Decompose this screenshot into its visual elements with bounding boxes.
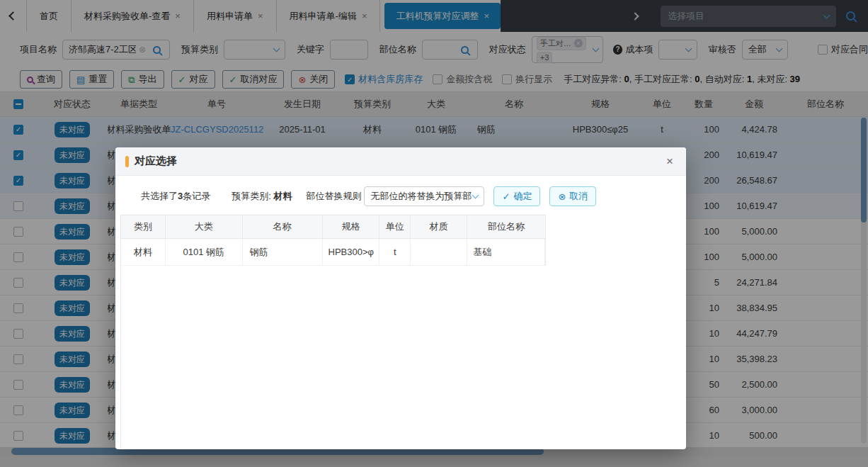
dialog-cell: 基础	[467, 239, 545, 266]
dialog-title: 对应选择	[135, 154, 663, 168]
dialog-header-cell: 规格	[323, 215, 380, 238]
dialog-table-wrap: 类别大类名称规格单位材质部位名称材料0101 钢筋钢筋HPB300>φt基础	[120, 215, 644, 449]
title-accent-bar-icon	[125, 156, 129, 167]
dialog-header-cell: 单位	[379, 215, 411, 238]
rule-select[interactable]: 无部位的将替换为预算部	[364, 186, 484, 206]
rule-select-value: 无部位的将替换为预算部	[370, 190, 472, 203]
circle-close-icon: ⊗	[558, 191, 566, 202]
selected-count-text: 共选择了3条记录	[141, 190, 210, 203]
budget-type-value: 材料	[273, 191, 292, 201]
dialog-table: 类别大类名称规格单位材质部位名称材料0101 钢筋钢筋HPB300>φt基础	[121, 215, 546, 266]
dialog-header-cell: 类别	[121, 215, 166, 238]
dialog-header-cell: 材质	[411, 215, 467, 238]
cancel-button[interactable]: ⊗取消	[549, 186, 596, 206]
dialog-table-header: 类别大类名称规格单位材质部位名称	[121, 215, 545, 239]
dialog-cell: t	[379, 239, 411, 266]
dialog-cell: 0101 钢筋	[166, 239, 243, 266]
dialog-header: 对应选择 ×	[115, 147, 686, 176]
dialog-header-cell: 部位名称	[467, 215, 545, 238]
dialog-cell: 材料	[121, 239, 166, 266]
dialog-cell: 钢筋	[243, 239, 323, 266]
dialog-cell: HPB300>φ	[323, 239, 380, 266]
mapping-selection-dialog: 对应选择 × 共选择了3条记录 预算类别: 材料 部位替换规则 无部位的将替换为…	[115, 147, 686, 449]
dialog-header-cell: 大类	[166, 215, 243, 238]
dialog-header-cell: 名称	[243, 215, 323, 238]
budget-type-text: 预算类别: 材料	[232, 190, 292, 203]
dialog-controls: 共选择了3条记录 预算类别: 材料 部位替换规则 无部位的将替换为预算部 ✓确定…	[141, 186, 686, 206]
app-screen: 首页材料采购验收单-查看×用料申请单×用料申请单-编辑×工料机预算对应调整× 选…	[0, 0, 868, 467]
confirm-button[interactable]: ✓确定	[493, 186, 540, 206]
check-icon: ✓	[502, 191, 510, 202]
dialog-cell	[411, 239, 467, 266]
chevron-down-icon	[472, 192, 479, 199]
dialog-close-icon[interactable]: ×	[663, 154, 676, 169]
dialog-table-row[interactable]: 材料0101 钢筋钢筋HPB300>φt基础	[121, 239, 545, 266]
rule-label: 部位替换规则	[306, 190, 361, 203]
